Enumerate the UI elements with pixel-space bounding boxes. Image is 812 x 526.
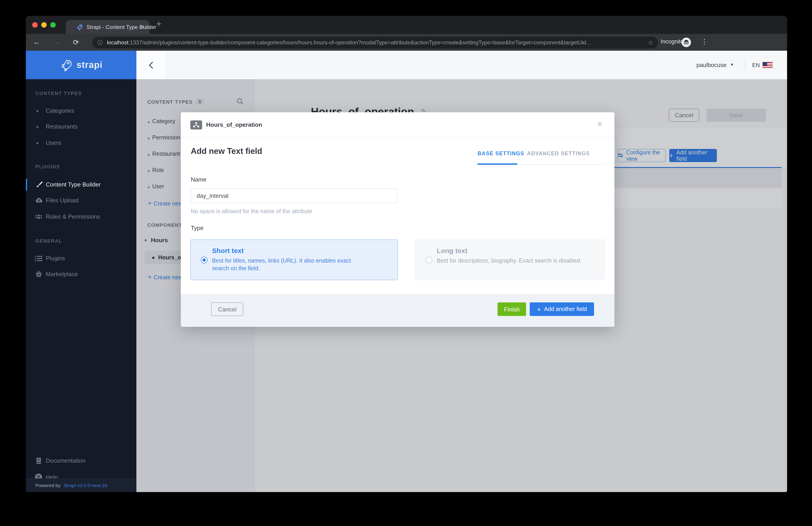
header-divider [745, 60, 745, 71]
name-helper-text: No space is allowed for the name of the … [191, 208, 312, 214]
tab-advanced-settings[interactable]: ADVANCED SETTINGS [527, 151, 590, 156]
chevron-down-icon[interactable]: ▾ [731, 62, 733, 67]
user-menu[interactable]: paulbocuse [696, 62, 727, 69]
short-text-line1: Best for titles, names, links (URL). It … [212, 258, 351, 264]
add-field-modal: Hours_of_operation ✕ Add new Text field … [181, 112, 614, 326]
name-input[interactable] [191, 188, 397, 203]
browser-tab-bar: Strapi - Content Type Builder ✕ + [26, 16, 787, 34]
strapi-rocket-icon [60, 59, 72, 71]
type-label: Type [191, 225, 203, 231]
modal-footer: Cancel Finish + Add another field [181, 294, 614, 327]
bullet-icon [36, 126, 39, 128]
url-path: :1337/admin/plugins/content-type-builder… [129, 40, 592, 46]
book-icon [35, 457, 43, 464]
tab-base-settings[interactable]: BASE SETTINGS [478, 151, 524, 156]
modal-title: Add new Text field [191, 147, 262, 156]
powered-by-footer: Powered by Strapi v3.0.0-next.33 [26, 479, 136, 492]
window-zoom-button[interactable] [50, 22, 56, 28]
sidebar-item-documentation[interactable]: Documentation [26, 455, 136, 467]
list-icon [35, 255, 43, 262]
forward-icon[interactable]: → [53, 38, 60, 46]
browser-menu-icon[interactable]: ⋮ [701, 37, 708, 46]
main-sidebar: strapi CONTENT TYPES Categories Restaura… [26, 51, 136, 492]
sidebar-item-label: Restaurants [46, 123, 77, 130]
incognito-icon [682, 37, 691, 47]
paintbrush-icon [35, 181, 43, 188]
bullet-icon [36, 110, 39, 112]
short-text-title: Short text [212, 247, 244, 254]
sidebar-item-label: Categories [46, 107, 74, 114]
url-text[interactable]: localhost:1337/admin/plugins/content-typ… [107, 40, 642, 46]
new-tab-icon[interactable]: + [156, 19, 161, 29]
bookmark-star-icon[interactable]: ☆ [648, 39, 653, 46]
sidebar-item-label: Documentation [46, 457, 85, 464]
strapi-logo-text: strapi [76, 60, 103, 70]
window-close-button[interactable] [32, 22, 38, 28]
sidebar-item-label: Files Upload [46, 197, 78, 204]
app-header: paulbocuse ▾ EN [136, 51, 787, 80]
modal-close-icon[interactable]: ✕ [597, 120, 603, 129]
strapi-logo[interactable]: strapi [26, 51, 136, 79]
long-text-description: Best for descriptions, biography. Exact … [437, 257, 582, 265]
url-host: localhost [107, 40, 129, 46]
strapi-favicon [76, 24, 83, 30]
reload-icon[interactable]: ⟳ [73, 38, 79, 47]
sidebar-item-label: Plugins [46, 255, 65, 262]
browser-window: Strapi - Content Type Builder ✕ + ← → ⟳ … [26, 16, 787, 492]
sidebar-item-restaurants[interactable]: Restaurants [26, 121, 136, 133]
sidebar-item-marketplace[interactable]: Marketplace [26, 268, 136, 280]
sidebar-item-label: Content Type Builder [46, 181, 101, 188]
sidebar-item-label: Users [46, 139, 61, 146]
chevron-left-icon [149, 61, 154, 69]
site-info-icon[interactable]: ⓘ [98, 39, 103, 47]
type-option-short-text[interactable]: Short text Best for titles, names, links… [190, 239, 398, 280]
users-icon [35, 213, 43, 221]
tab-close-icon[interactable]: ✕ [140, 24, 145, 30]
radio-unselected-icon[interactable] [425, 257, 432, 264]
sidebar-item-label: Roles & Permissions [46, 213, 100, 220]
sidebar-item-users[interactable]: Users [26, 137, 136, 149]
radio-selected-icon[interactable] [201, 257, 207, 264]
section-general: GENERAL [35, 238, 62, 243]
section-plugins: PLUGINS [35, 164, 60, 169]
sidebar-item-categories[interactable]: Categories [26, 105, 136, 117]
active-indicator [26, 179, 27, 191]
sidebar-item-roles-permissions[interactable]: Roles & Permissions [26, 211, 136, 223]
name-label: Name [191, 176, 206, 183]
section-content-types: CONTENT TYPES [35, 91, 82, 96]
url-bar[interactable]: ⓘ localhost:1337/admin/plugins/content-t… [92, 37, 658, 48]
sidebar-item-label: Marketplace [46, 271, 78, 277]
modal-header: Hours_of_operation ✕ [181, 112, 614, 138]
modal-add-another-field-button[interactable]: + Add another field [530, 302, 594, 316]
basket-icon [35, 271, 43, 278]
short-text-line2: search on the field. [212, 265, 260, 272]
cloud-upload-icon [35, 197, 43, 204]
back-button[interactable] [136, 51, 166, 79]
short-text-description: Best for titles, names, links (URL). It … [212, 257, 351, 272]
active-tab-underline [478, 163, 518, 165]
us-flag-icon[interactable] [763, 62, 772, 68]
plus-icon: + [537, 305, 541, 313]
screen: Strapi - Content Type Builder ✕ + ← → ⟳ … [0, 0, 812, 526]
long-text-title: Long text [437, 247, 467, 254]
type-option-long-text[interactable]: Long text Best for descriptions, biograp… [415, 239, 605, 280]
sidebar-item-files-upload[interactable]: Files Upload [26, 195, 136, 207]
bullet-icon [36, 142, 39, 145]
window-minimize-button[interactable] [41, 22, 47, 28]
sidebar-item-plugins[interactable]: Plugins [26, 253, 136, 264]
back-icon[interactable]: ← [33, 38, 40, 46]
powered-by-version-link[interactable]: Strapi v3.0.0-next.33 [63, 483, 107, 488]
locale-label[interactable]: EN [752, 62, 760, 69]
incognito-label: Incognito [661, 39, 683, 45]
modal-cancel-button[interactable]: Cancel [211, 302, 243, 316]
sidebar-item-content-type-builder[interactable]: Content Type Builder [26, 179, 136, 191]
browser-toolbar: ← → ⟳ ⓘ localhost:1337/admin/plugins/con… [26, 34, 787, 51]
modal-add-field-label: Add another field [544, 306, 587, 312]
modal-finish-button[interactable]: Finish [497, 302, 526, 316]
powered-by-text: Powered by [35, 483, 60, 488]
browser-tab[interactable]: Strapi - Content Type Builder ✕ [66, 20, 149, 34]
component-icon [190, 120, 202, 130]
modal-header-title: Hours_of_operation [206, 121, 262, 128]
